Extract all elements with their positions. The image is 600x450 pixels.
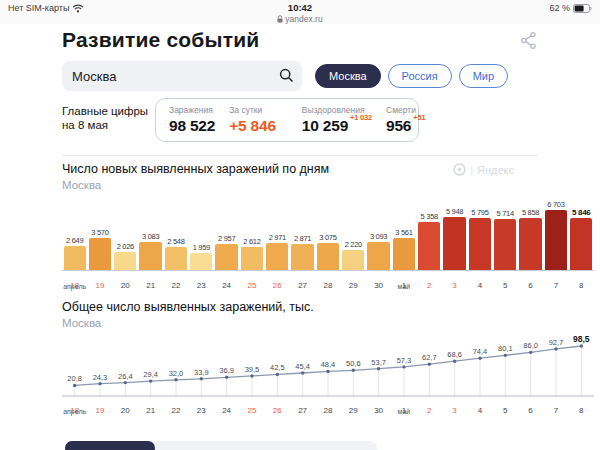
axis-label: 26 [265, 274, 290, 292]
yandex-logo-icon [453, 163, 466, 176]
tab-russia[interactable]: Россия [388, 64, 452, 88]
axis-label: 2 [417, 399, 442, 417]
search-row: Москва Россия Мир [62, 61, 538, 91]
stat-recovered-delta: +1 032 [350, 113, 372, 122]
axis-label: 19 [87, 274, 112, 292]
bar: 2 026 [113, 242, 138, 270]
status-bar: Нет SIM-карты 10:42 yandex.ru 62 % [0, 0, 600, 24]
bottom-segmented-active[interactable] [65, 441, 155, 450]
svg-text:86,0: 86,0 [523, 341, 538, 350]
clock: 10:42 [0, 2, 600, 13]
bar-chart-title: Число новых выявленных заражений по дням [62, 162, 329, 176]
axis-label: 3 [442, 274, 467, 292]
axis-label: 22 [163, 274, 188, 292]
search-box[interactable] [62, 61, 302, 91]
svg-text:26,4: 26,4 [118, 372, 133, 381]
axis-label: 2 [417, 274, 442, 292]
statusbar-center: 10:42 yandex.ru [0, 2, 600, 24]
watermark-separator: | [470, 164, 473, 176]
tab-world[interactable]: Мир [459, 64, 508, 88]
yandex-watermark: | Яндекс [453, 163, 514, 176]
axis-label: 30 [366, 274, 391, 292]
axis-label: 8 [569, 274, 594, 292]
bar-chart-header: Число новых выявленных заражений по дням… [62, 162, 329, 191]
svg-text:45,4: 45,4 [295, 362, 310, 371]
line-chart-title: Общее число выявленных заражений, тыс. [62, 300, 314, 314]
bar: 2 971 [265, 233, 290, 270]
bar: 2 957 [214, 234, 239, 271]
axis-label: 20 [113, 399, 138, 417]
axis-label: 18апрель [62, 274, 87, 292]
axis-label: 19 [87, 399, 112, 417]
svg-text:24,3: 24,3 [93, 373, 108, 382]
bar: 2 649 [62, 236, 87, 270]
svg-text:92,7: 92,7 [549, 338, 564, 347]
axis-label: 23 [189, 399, 214, 417]
svg-text:32,0: 32,0 [169, 369, 184, 378]
axis-label: 7 [543, 399, 568, 417]
axis-label: 20 [113, 274, 138, 292]
share-button[interactable] [521, 32, 536, 53]
share-icon [521, 32, 536, 49]
axis-label: 5 [493, 274, 518, 292]
tab-moscow[interactable]: Москва [315, 64, 381, 88]
watermark-brand: Яндекс [477, 164, 514, 176]
bar: 5 858 [518, 208, 543, 270]
battery-icon [573, 4, 592, 13]
svg-text:48,4: 48,4 [321, 360, 336, 369]
svg-text:80,1: 80,1 [498, 344, 513, 353]
axis-label: 21 [138, 274, 163, 292]
axis-label: 7 [543, 274, 568, 292]
axis-label: 21 [138, 399, 163, 417]
stat-deaths: Смерти 956+51 [386, 105, 425, 135]
axis-label: 27 [290, 274, 315, 292]
bar: 6 703 [543, 200, 568, 270]
stat-recovered-value: 10 259+1 032 [302, 117, 372, 135]
geo-tabs: Москва Россия Мир [315, 64, 508, 88]
axis-label: 6 [518, 399, 543, 417]
stat-infections-value: 98 522 [169, 117, 215, 135]
svg-text:98,5: 98,5 [573, 334, 590, 344]
svg-text:50,6: 50,6 [346, 359, 361, 368]
stat-infections: Заражения 98 522 [169, 105, 215, 135]
bar-chart: 2 6493 5702 0263 0832 5481 9592 9572 612… [62, 199, 594, 271]
svg-text:42,5: 42,5 [270, 363, 285, 372]
axis-label: 22 [163, 399, 188, 417]
search-icon[interactable] [279, 68, 294, 87]
axis-label: 8 [569, 399, 594, 417]
bar-chart-subtitle: Москва [62, 179, 329, 191]
axis-label: 29 [341, 274, 366, 292]
svg-text:33,9: 33,9 [194, 368, 209, 377]
stat-daily-value: +5 846 [229, 117, 276, 135]
axis-label: 5 [493, 399, 518, 417]
line-chart-axis: 18апрель1920212223242526272829301май2345… [62, 399, 594, 417]
battery-status: 62 % [549, 3, 592, 13]
address-bar[interactable]: yandex.ru [0, 14, 600, 24]
svg-text:68,6: 68,6 [447, 350, 462, 359]
lock-icon [277, 15, 283, 23]
svg-text:57,3: 57,3 [397, 356, 412, 365]
url-text: yandex.ru [285, 14, 322, 24]
page-title: Развитие событий [62, 28, 259, 52]
svg-text:20,8: 20,8 [67, 374, 82, 383]
bar: 2 871 [290, 234, 315, 270]
bottom-segmented-control[interactable] [65, 441, 377, 450]
axis-label: 1май [391, 399, 416, 417]
bar: 3 075 [315, 233, 340, 271]
axis-label: 18апрель [62, 399, 87, 417]
stat-recovered: Выздоровления 10 259+1 032 [302, 105, 372, 135]
axis-label: 23 [189, 274, 214, 292]
axis-label: 3 [442, 399, 467, 417]
section-divider [62, 155, 538, 156]
axis-label: 6 [518, 274, 543, 292]
axis-label: 27 [290, 399, 315, 417]
key-figures-box: Заражения 98 522 За сутки +5 846 Выздоро… [155, 98, 419, 142]
svg-text:29,4: 29,4 [143, 370, 158, 379]
axis-label: 4 [467, 399, 492, 417]
bar: 5 714 [493, 209, 518, 270]
bar: 5 795 [467, 208, 492, 270]
key-figures: Главные цифры на 8 мая Заражения 98 522 … [62, 98, 538, 144]
search-input[interactable] [62, 61, 302, 91]
axis-label: 28 [315, 399, 340, 417]
axis-label: 1май [391, 274, 416, 292]
